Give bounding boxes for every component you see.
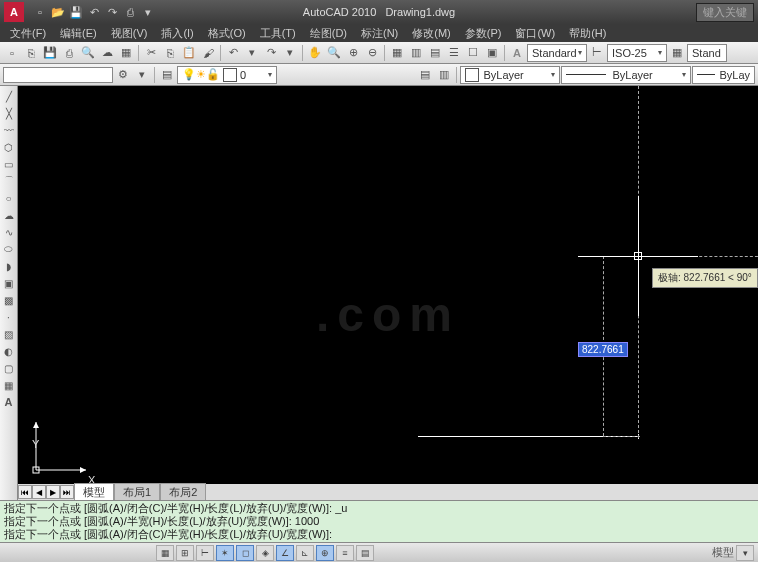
- paste-button[interactable]: 📋: [180, 44, 198, 62]
- insert-tool[interactable]: ▣: [1, 275, 17, 291]
- menu-draw[interactable]: 绘图(D): [304, 25, 353, 42]
- tab-prev-icon[interactable]: ◀: [32, 485, 46, 499]
- undo-icon[interactable]: ↶: [86, 4, 102, 20]
- dropdown-icon[interactable]: ▾: [133, 66, 151, 84]
- lineweight-dropdown[interactable]: ByLay: [692, 66, 755, 84]
- polygon-tool[interactable]: ⬡: [1, 139, 17, 155]
- block-tool[interactable]: ▩: [1, 292, 17, 308]
- tab-layout2[interactable]: 布局2: [160, 483, 206, 501]
- toolpalette-button[interactable]: ▤: [426, 44, 444, 62]
- menu-modify[interactable]: 修改(M): [406, 25, 457, 42]
- color-dropdown[interactable]: ByLayer▾: [460, 66, 560, 84]
- markup-button[interactable]: ☐: [464, 44, 482, 62]
- command-input[interactable]: [3, 67, 113, 83]
- menu-tools[interactable]: 工具(T): [254, 25, 302, 42]
- otrack-toggle[interactable]: ∠: [276, 545, 294, 561]
- menu-insert[interactable]: 插入(I): [155, 25, 199, 42]
- open-button[interactable]: ⎘: [22, 44, 40, 62]
- textstyle-icon[interactable]: A: [508, 44, 526, 62]
- layer-dropdown[interactable]: 💡 ☀ 🔓 0 ▾: [177, 66, 277, 84]
- menu-file[interactable]: 文件(F): [4, 25, 52, 42]
- layer-state-button[interactable]: ▤: [416, 66, 434, 84]
- redo-button[interactable]: ↷: [262, 44, 280, 62]
- publish-button[interactable]: ☁: [98, 44, 116, 62]
- cut-button[interactable]: ✂: [142, 44, 160, 62]
- menu-edit[interactable]: 编辑(E): [54, 25, 103, 42]
- gradient-tool[interactable]: ◐: [1, 343, 17, 359]
- tab-last-icon[interactable]: ⏭: [60, 485, 74, 499]
- calc-button[interactable]: ▣: [483, 44, 501, 62]
- arc-tool[interactable]: ⌒: [1, 173, 17, 189]
- match-button[interactable]: 🖌: [199, 44, 217, 62]
- tablestyle-icon[interactable]: ▦: [668, 44, 686, 62]
- dyn-toggle[interactable]: ⊕: [316, 545, 334, 561]
- save-icon[interactable]: 💾: [68, 4, 84, 20]
- revcloud-tool[interactable]: ☁: [1, 207, 17, 223]
- qp-toggle[interactable]: ▤: [356, 545, 374, 561]
- new-icon[interactable]: ▫: [32, 4, 48, 20]
- snap-toggle[interactable]: ▦: [156, 545, 174, 561]
- text-style-dropdown[interactable]: Standard▾: [527, 44, 587, 62]
- sheetset-button[interactable]: ☰: [445, 44, 463, 62]
- polar-toggle[interactable]: ✶: [216, 545, 234, 561]
- menu-window[interactable]: 窗口(W): [509, 25, 561, 42]
- print-button[interactable]: ⎙: [60, 44, 78, 62]
- undo-button[interactable]: ↶: [224, 44, 242, 62]
- ellipse-tool[interactable]: ⬭: [1, 241, 17, 257]
- osnap-toggle[interactable]: ◻: [236, 545, 254, 561]
- pline-tool[interactable]: 〰: [1, 122, 17, 138]
- ellipse-arc-tool[interactable]: ◗: [1, 258, 17, 274]
- zoom-button[interactable]: ⊕: [344, 44, 362, 62]
- model-space-label[interactable]: 模型: [712, 545, 734, 560]
- new-button[interactable]: ▫: [3, 44, 21, 62]
- ortho-toggle[interactable]: ⊢: [196, 545, 214, 561]
- region-tool[interactable]: ▢: [1, 360, 17, 376]
- dim-style-dropdown[interactable]: ISO-25▾: [607, 44, 667, 62]
- qat-dropdown-icon[interactable]: ▾: [140, 4, 156, 20]
- table-tool[interactable]: ▦: [1, 377, 17, 393]
- mtext-tool[interactable]: A: [1, 394, 17, 410]
- copy-button[interactable]: ⎘: [161, 44, 179, 62]
- line-tool[interactable]: ╱: [1, 88, 17, 104]
- pan-button[interactable]: ✋: [306, 44, 324, 62]
- plot-button[interactable]: ▦: [117, 44, 135, 62]
- ducs-toggle[interactable]: ⊾: [296, 545, 314, 561]
- spline-tool[interactable]: ∿: [1, 224, 17, 240]
- hatch-tool[interactable]: ▨: [1, 326, 17, 342]
- designcenter-button[interactable]: ▥: [407, 44, 425, 62]
- 3dosnap-toggle[interactable]: ◈: [256, 545, 274, 561]
- tab-model[interactable]: 模型: [74, 483, 114, 501]
- redo-icon[interactable]: ↷: [104, 4, 120, 20]
- circle-tool[interactable]: ○: [1, 190, 17, 206]
- lwt-toggle[interactable]: ≡: [336, 545, 354, 561]
- dimstyle-icon[interactable]: ⊢: [588, 44, 606, 62]
- layer-props-button[interactable]: ▤: [158, 66, 176, 84]
- gear-icon[interactable]: ⚙: [114, 66, 132, 84]
- point-tool[interactable]: ·: [1, 309, 17, 325]
- props-button[interactable]: ▦: [388, 44, 406, 62]
- menu-format[interactable]: 格式(O): [202, 25, 252, 42]
- redo-dropdown-icon[interactable]: ▾: [281, 44, 299, 62]
- print-icon[interactable]: ⎙: [122, 4, 138, 20]
- undo-dropdown-icon[interactable]: ▾: [243, 44, 261, 62]
- tab-next-icon[interactable]: ▶: [46, 485, 60, 499]
- layer-iso-button[interactable]: ▥: [435, 66, 453, 84]
- menu-dimension[interactable]: 标注(N): [355, 25, 404, 42]
- menu-view[interactable]: 视图(V): [105, 25, 154, 42]
- tab-layout1[interactable]: 布局1: [114, 483, 160, 501]
- zoom-rt-button[interactable]: 🔍: [325, 44, 343, 62]
- grid-toggle[interactable]: ⊞: [176, 545, 194, 561]
- command-window[interactable]: 指定下一个点或 [圆弧(A)/闭合(C)/半宽(H)/长度(L)/放弃(U)/宽…: [0, 500, 758, 542]
- app-icon[interactable]: A: [4, 2, 24, 22]
- open-icon[interactable]: 📂: [50, 4, 66, 20]
- drawing-canvas[interactable]: Y X 822.7661 极轴: 822.7661 < 90° .com ⏮ ◀…: [18, 86, 758, 500]
- menu-help[interactable]: 帮助(H): [563, 25, 612, 42]
- preview-button[interactable]: 🔍: [79, 44, 97, 62]
- xline-tool[interactable]: ╳: [1, 105, 17, 121]
- linetype-dropdown[interactable]: ByLayer▾: [561, 66, 691, 84]
- rectangle-tool[interactable]: ▭: [1, 156, 17, 172]
- save-button[interactable]: 💾: [41, 44, 59, 62]
- table-style-dropdown[interactable]: Stand: [687, 44, 727, 62]
- help-search-input[interactable]: 键入关键: [696, 3, 754, 22]
- zoom-prev-button[interactable]: ⊖: [363, 44, 381, 62]
